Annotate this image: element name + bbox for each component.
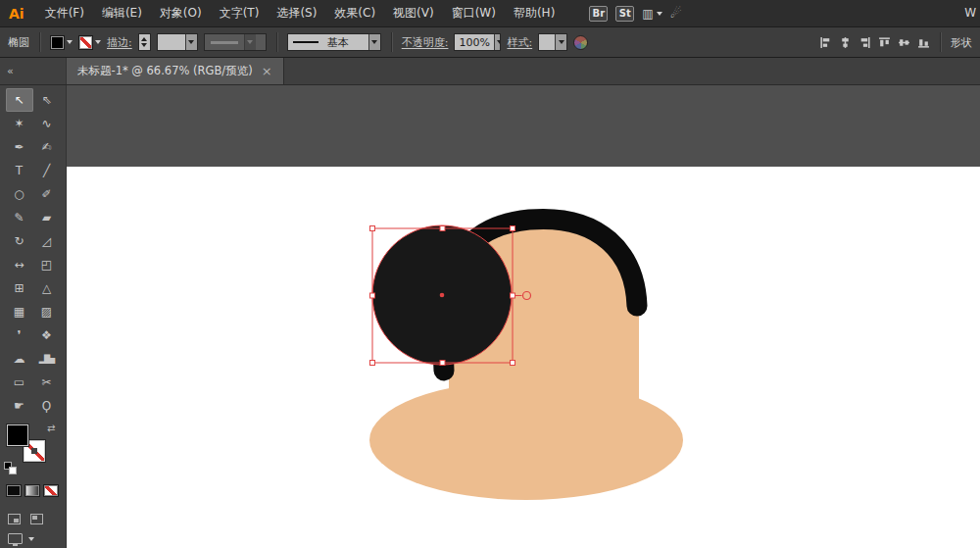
pencil-tool[interactable]: ✎ — [6, 206, 33, 229]
recolor-artwork-icon[interactable] — [573, 35, 588, 50]
screen-mode-icon[interactable] — [8, 533, 23, 544]
selection-handle-middle-right[interactable] — [511, 293, 515, 298]
chevron-down-icon — [497, 40, 501, 44]
selection-handle-middle-left[interactable] — [370, 293, 375, 298]
opacity-label[interactable]: 不透明度: — [402, 35, 449, 50]
default-fill-stroke-icon[interactable] — [4, 462, 17, 474]
width-profile-preview — [211, 41, 238, 44]
width-tool[interactable]: ↔ — [6, 253, 33, 276]
align-horizontal-center-icon[interactable] — [839, 36, 852, 49]
align-left-icon[interactable] — [819, 36, 832, 49]
direct-selection-tool[interactable]: ⇖ — [33, 88, 61, 112]
arrange-documents-icon[interactable]: ▥ — [642, 7, 662, 21]
brush-stroke-preview — [293, 41, 318, 43]
gradient-tool[interactable]: ▨ — [33, 300, 61, 324]
line-segment-tool[interactable]: ╱ — [33, 159, 61, 182]
pen-tool[interactable]: ✒ — [6, 135, 33, 159]
stepper-down-icon[interactable] — [141, 43, 147, 47]
fill-color-control[interactable] — [50, 35, 73, 50]
paintbrush-tool[interactable]: ✐ — [33, 182, 61, 206]
selection-handle-bottom-right[interactable] — [511, 361, 515, 366]
selection-handle-top-center[interactable] — [440, 226, 445, 231]
stroke-weight-label[interactable]: 描边: — [107, 35, 132, 50]
brush-definition-dropdown[interactable]: 基本 — [287, 33, 381, 51]
selection-handle-bottom-left[interactable] — [370, 361, 375, 366]
fill-swatch[interactable] — [7, 424, 28, 446]
dropdown-caret[interactable] — [555, 34, 566, 50]
magic-wand-tool[interactable]: ✶ — [6, 112, 33, 135]
stroke-weight-stepper[interactable] — [138, 33, 151, 51]
selection-handle-bottom-center[interactable] — [440, 361, 445, 366]
align-right-icon[interactable] — [858, 36, 871, 49]
document-tab-title: 未标题-1* @ 66.67% (RGB/预览) — [77, 64, 253, 78]
eyedropper-tool[interactable]: ❜ — [6, 324, 33, 347]
menu-view[interactable]: 视图(V) — [384, 0, 443, 26]
menu-type[interactable]: 文字(T) — [211, 0, 269, 26]
artboard-tool[interactable]: ▭ — [6, 371, 33, 394]
menu-effect[interactable]: 效果(C) — [325, 0, 384, 26]
style-dropdown[interactable] — [538, 33, 567, 51]
align-vertical-center-icon[interactable] — [898, 36, 910, 49]
color-button[interactable] — [6, 484, 22, 497]
menu-file[interactable]: 文件(F) — [36, 0, 93, 26]
menu-object[interactable]: 对象(O) — [151, 0, 211, 26]
rotate-tool[interactable]: ↻ — [6, 229, 33, 253]
stroke-weight-dropdown[interactable] — [157, 33, 198, 51]
ellipse-tool[interactable]: ○ — [6, 182, 33, 206]
menu-help[interactable]: 帮助(H) — [505, 0, 564, 26]
bridge-button[interactable]: Br — [589, 6, 608, 22]
selection-handle-top-left[interactable] — [370, 226, 375, 231]
stock-button[interactable]: St — [615, 6, 634, 22]
dropdown-caret[interactable] — [185, 34, 197, 50]
canvas[interactable] — [67, 85, 980, 548]
dropdown-caret[interactable] — [368, 34, 380, 50]
eraser-tool[interactable]: ▰ — [33, 206, 61, 229]
stroke-none-swatch[interactable] — [78, 35, 93, 50]
tools-grid: ↖ ⇖ ✶ ∿ ✒ ✍ T ╱ ○ ✐ ✎ ▰ ↻ ◿ ↔ ◰ ⊞ △ ▦ ▨ — [0, 88, 66, 418]
close-icon[interactable]: × — [262, 65, 272, 77]
type-tool[interactable]: T — [6, 159, 33, 182]
document-view[interactable] — [67, 85, 980, 548]
stroke-color-control[interactable] — [78, 35, 101, 50]
swap-fill-stroke-icon[interactable]: ⇄ — [47, 423, 55, 433]
draw-behind-icon[interactable] — [30, 514, 43, 524]
opacity-field[interactable]: 100% — [454, 33, 501, 51]
menu-right-cluster: Br St ▥ ☄ — [589, 6, 681, 22]
fill-swatch[interactable] — [50, 35, 65, 50]
draw-normal-icon[interactable] — [8, 514, 21, 524]
style-label[interactable]: 样式: — [507, 35, 532, 50]
curvature-tool[interactable]: ✍ — [33, 135, 61, 159]
selection-center-point[interactable] — [440, 293, 445, 298]
scale-tool[interactable]: ◿ — [33, 229, 61, 253]
divider — [391, 32, 392, 52]
selection-handle-top-right[interactable] — [511, 226, 515, 231]
mesh-tool[interactable]: ▦ — [6, 300, 33, 324]
slice-tool[interactable]: ✂ — [33, 371, 61, 394]
none-button[interactable] — [43, 484, 59, 497]
hand-icon[interactable]: ☄ — [670, 6, 682, 21]
column-graph-tool[interactable]: ▂█▅ — [33, 347, 61, 371]
menu-select[interactable]: 选择(S) — [268, 0, 325, 26]
menu-bar: Ai 文件(F) 编辑(E) 对象(O) 文字(T) 选择(S) 效果(C) 视… — [0, 0, 980, 27]
menu-window[interactable]: 窗口(W) — [443, 0, 505, 26]
selection-tool[interactable]: ↖ — [6, 88, 33, 112]
selected-object-label: 椭圆 — [8, 35, 29, 50]
lasso-tool[interactable]: ∿ — [33, 112, 61, 135]
free-transform-tool[interactable]: ◰ — [33, 253, 61, 276]
menu-edit[interactable]: 编辑(E) — [93, 0, 151, 26]
perspective-grid-tool[interactable]: △ — [33, 276, 61, 300]
dropdown-caret[interactable] — [494, 34, 502, 50]
shape-builder-tool[interactable]: ⊞ — [6, 276, 33, 300]
document-tab[interactable]: 未标题-1* @ 66.67% (RGB/预览) × — [67, 58, 284, 84]
gradient-button[interactable] — [24, 484, 40, 497]
hand-tool[interactable]: ☛ — [6, 394, 33, 418]
align-bottom-icon[interactable] — [917, 36, 930, 49]
width-profile-dropdown — [204, 33, 267, 51]
stepper-up-icon[interactable] — [141, 37, 147, 41]
align-top-icon[interactable] — [878, 36, 891, 49]
zoom-tool[interactable]: Ϙ — [33, 394, 61, 418]
screen-mode-control[interactable] — [8, 533, 66, 544]
toolbar-collapse-button[interactable]: « — [0, 58, 67, 84]
blend-tool[interactable]: ❖ — [33, 324, 61, 347]
symbol-sprayer-tool[interactable]: ☁ — [6, 347, 33, 371]
